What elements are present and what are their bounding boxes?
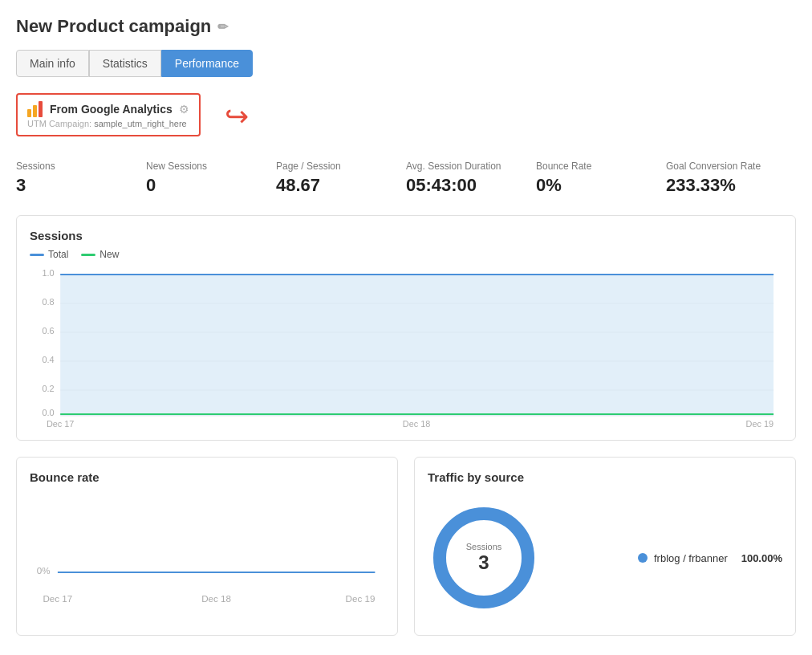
metric-avg-duration-label: Avg. Session Duration bbox=[406, 161, 536, 172]
tab-main-info[interactable]: Main info bbox=[16, 50, 89, 77]
legend-total-dot bbox=[30, 254, 44, 256]
legend-new: New bbox=[81, 249, 119, 260]
metric-bounce-rate-value: 0% bbox=[536, 175, 666, 196]
svg-text:Dec 18: Dec 18 bbox=[403, 420, 431, 427]
metric-new-sessions: New Sessions 0 bbox=[146, 161, 276, 196]
svg-rect-2 bbox=[39, 101, 43, 117]
metric-avg-duration-value: 05:43:00 bbox=[406, 175, 536, 196]
donut-center-value: 3 bbox=[466, 551, 502, 574]
metric-new-sessions-label: New Sessions bbox=[146, 161, 276, 172]
bounce-chart: 0% Dec 17 Dec 18 Dec 19 bbox=[30, 494, 384, 606]
svg-text:Dec 19: Dec 19 bbox=[346, 595, 376, 604]
traffic-source-name: frblog / frbanner bbox=[654, 552, 735, 564]
metric-bounce-rate: Bounce Rate 0% bbox=[536, 161, 666, 196]
traffic-legend: frblog / frbanner 100.00% bbox=[638, 552, 782, 564]
gear-icon[interactable]: ⚙ bbox=[179, 103, 189, 116]
edit-icon[interactable]: ✏ bbox=[217, 19, 228, 35]
svg-text:Dec 17: Dec 17 bbox=[43, 595, 72, 604]
sessions-chart-title: Sessions bbox=[30, 229, 782, 242]
svg-text:Dec 19: Dec 19 bbox=[746, 420, 774, 427]
metric-goal-conversion-label: Goal Conversion Rate bbox=[666, 161, 796, 172]
donut-chart: Sessions 3 bbox=[428, 502, 540, 614]
traffic-dot bbox=[638, 553, 648, 563]
donut-center-label: Sessions bbox=[466, 542, 502, 551]
traffic-legend-item: frblog / frbanner 100.00% bbox=[638, 552, 782, 564]
arrow-indicator: ↪ bbox=[225, 100, 249, 133]
svg-rect-1 bbox=[33, 105, 37, 117]
svg-text:Dec 17: Dec 17 bbox=[47, 420, 75, 427]
legend-total: Total bbox=[30, 249, 68, 260]
analytics-title: From Google Analytics bbox=[50, 103, 173, 116]
metric-sessions-value: 3 bbox=[16, 175, 146, 196]
bounce-rate-card: Bounce rate 0% Dec 17 Dec 18 Dec 19 bbox=[16, 457, 398, 636]
tab-performance[interactable]: Performance bbox=[161, 50, 253, 77]
metric-goal-conversion: Goal Conversion Rate 233.33% bbox=[666, 161, 796, 196]
ga-icon bbox=[27, 101, 43, 117]
svg-text:0.6: 0.6 bbox=[42, 327, 54, 336]
utm-label: UTM Campaign: bbox=[27, 119, 91, 128]
svg-text:1.0: 1.0 bbox=[42, 269, 54, 278]
svg-text:0.4: 0.4 bbox=[42, 356, 54, 364]
bottom-row: Bounce rate 0% Dec 17 Dec 18 Dec 19 Traf… bbox=[16, 457, 796, 636]
metric-new-sessions-value: 0 bbox=[146, 175, 276, 196]
sessions-chart-legend: Total New bbox=[30, 249, 782, 260]
page-title: New Product campaign ✏ bbox=[16, 16, 796, 37]
traffic-card: Traffic by source Sessions 3 frblog / fr… bbox=[414, 457, 796, 636]
utm-text: UTM Campaign: sample_utm_right_here bbox=[27, 119, 189, 128]
analytics-section: From Google Analytics ⚙ UTM Campaign: sa… bbox=[16, 93, 796, 141]
metric-page-session: Page / Session 48.67 bbox=[276, 161, 406, 196]
svg-text:0.2: 0.2 bbox=[42, 384, 54, 393]
svg-text:Dec 18: Dec 18 bbox=[201, 595, 231, 604]
tabs-bar: Main info Statistics Performance bbox=[16, 50, 796, 77]
metric-page-session-value: 48.67 bbox=[276, 175, 406, 196]
analytics-box: From Google Analytics ⚙ UTM Campaign: sa… bbox=[16, 93, 201, 136]
legend-total-label: Total bbox=[48, 249, 68, 260]
metric-avg-duration: Avg. Session Duration 05:43:00 bbox=[406, 161, 536, 196]
metric-sessions-label: Sessions bbox=[16, 161, 146, 172]
svg-text:0%: 0% bbox=[37, 567, 51, 576]
legend-new-dot bbox=[81, 254, 95, 256]
bounce-rate-title: Bounce rate bbox=[30, 470, 384, 484]
legend-new-label: New bbox=[99, 249, 119, 260]
utm-value: sample_utm_right_here bbox=[94, 119, 187, 128]
sessions-chart: 1.0 0.8 0.6 0.4 0.2 0.0 Dec 17 Dec 18 De… bbox=[30, 266, 782, 427]
sessions-chart-card: Sessions Total New 1.0 0.8 0.6 0.4 0.2 0… bbox=[16, 215, 796, 441]
traffic-title: Traffic by source bbox=[428, 470, 782, 484]
svg-marker-15 bbox=[60, 275, 773, 416]
traffic-source-pct: 100.00% bbox=[741, 552, 782, 564]
metric-bounce-rate-label: Bounce Rate bbox=[536, 161, 666, 172]
tab-statistics[interactable]: Statistics bbox=[89, 50, 161, 77]
svg-text:0.0: 0.0 bbox=[42, 409, 54, 417]
svg-text:0.8: 0.8 bbox=[42, 298, 54, 307]
metrics-row: Sessions 3 New Sessions 0 Page / Session… bbox=[16, 161, 796, 196]
svg-rect-0 bbox=[27, 109, 31, 117]
metric-sessions: Sessions 3 bbox=[16, 161, 146, 196]
metric-goal-conversion-value: 233.33% bbox=[666, 175, 796, 196]
metric-page-session-label: Page / Session bbox=[276, 161, 406, 172]
donut-center: Sessions 3 bbox=[466, 542, 502, 574]
donut-section: Sessions 3 frblog / frbanner 100.00% bbox=[428, 494, 782, 622]
